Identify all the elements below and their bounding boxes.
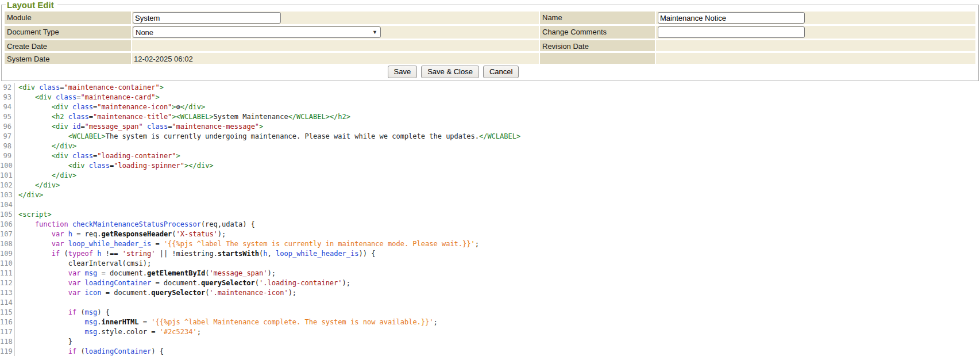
create-date-label: Create Date	[5, 40, 131, 51]
line-number: 93	[0, 93, 15, 102]
code-line: 106 function checkMaintenanceStatusProce…	[0, 220, 980, 229]
line-number: 106	[0, 220, 15, 229]
line-number: 115	[0, 308, 15, 317]
code-line: 93 <div class="maintenance-card">	[0, 93, 980, 102]
create-date-value	[132, 40, 539, 51]
layout-edit-form: Module Name Document Type None ▼ Change …	[5, 12, 975, 64]
page-title: Layout Edit	[6, 0, 57, 10]
code-line: 104	[0, 200, 980, 210]
code-line: 95 <h2 class="maintenance-title"><WCLABE…	[0, 112, 980, 122]
code-line: 97 <WCLABEL>The system is currently unde…	[0, 132, 980, 141]
code-text: <div class="maintenance-container">	[15, 83, 164, 93]
empty-label-cell	[540, 53, 655, 64]
line-number: 104	[0, 200, 15, 210]
code-text: <h2 class="maintenance-title"><WCLABEL>S…	[15, 112, 350, 122]
line-number: 97	[0, 132, 15, 141]
code-line: 114	[0, 298, 980, 308]
code-text: var msg = document.getElementById('messa…	[15, 269, 276, 278]
document-type-select[interactable]: None ▼	[133, 26, 381, 38]
line-number: 114	[0, 298, 15, 308]
code-line: 112 var loadingContainer = document.quer…	[0, 278, 980, 288]
line-number: 98	[0, 141, 15, 151]
line-number: 100	[0, 161, 15, 171]
code-line: 92<div class="maintenance-container">	[0, 83, 980, 93]
code-text: <script>	[15, 210, 52, 220]
code-text: var h = req.getResponseHeader('X-status'…	[15, 229, 226, 239]
code-text: <WCLABEL>The system is currently undergo…	[15, 132, 520, 141]
module-input[interactable]	[133, 12, 281, 24]
code-text: if (typeof h !== 'string' || !miestring.…	[15, 249, 375, 259]
line-number: 113	[0, 288, 15, 298]
code-line: 115 if (msg) {	[0, 308, 980, 317]
code-text: if (loadingContainer) {	[15, 347, 164, 356]
line-number: 111	[0, 269, 15, 278]
system-date-label: System Date	[5, 53, 131, 64]
line-number: 107	[0, 229, 15, 239]
line-number: 96	[0, 122, 15, 132]
name-label: Name	[540, 12, 655, 24]
module-value-cell	[132, 12, 539, 24]
code-line: 108 var loop_while_header_is = '{{%pjs ^…	[0, 239, 980, 249]
code-text: msg.style.color = '#2c5234';	[15, 327, 201, 337]
name-value-cell	[656, 12, 975, 24]
module-label: Module	[5, 12, 131, 24]
layout-edit-fieldset: Layout Edit Module Name Document Type No…	[1, 0, 979, 81]
line-number: 118	[0, 337, 15, 347]
line-number: 105	[0, 210, 15, 220]
code-line: 99 <div class="loading-container">	[0, 151, 980, 161]
revision-date-value	[656, 40, 975, 51]
code-line: 103</div>	[0, 190, 980, 200]
code-line: 101 </div>	[0, 171, 980, 181]
code-text	[15, 298, 18, 308]
code-line: 118 }	[0, 337, 980, 347]
document-type-value-cell: None ▼	[132, 26, 539, 39]
line-number: 99	[0, 151, 15, 161]
change-comments-value-cell	[656, 26, 975, 39]
cancel-button[interactable]: Cancel	[483, 66, 519, 78]
empty-value-cell	[656, 53, 975, 64]
line-number: 119	[0, 347, 15, 356]
code-text	[15, 200, 18, 210]
line-number: 109	[0, 249, 15, 259]
name-input[interactable]	[658, 12, 805, 24]
code-line: 102 </div>	[0, 181, 980, 190]
save-and-close-button[interactable]: Save & Close	[421, 66, 479, 78]
line-number: 101	[0, 171, 15, 181]
change-comments-label: Change Comments	[540, 26, 655, 39]
code-text: </div>	[15, 141, 76, 151]
code-text: <div id="message_span" class="maintenanc…	[15, 122, 263, 132]
system-date-value-cell: 12-02-2025 06:02	[132, 53, 539, 64]
line-number: 95	[0, 112, 15, 122]
line-number: 92	[0, 83, 15, 93]
code-text: function checkMaintenanceStatusProcessor…	[15, 220, 255, 229]
line-number: 103	[0, 190, 15, 200]
line-number: 110	[0, 259, 15, 269]
save-button[interactable]: Save	[388, 66, 418, 78]
line-number: 112	[0, 278, 15, 288]
code-text: </div>	[15, 190, 43, 200]
code-line: 111 var msg = document.getElementById('m…	[0, 269, 980, 278]
code-line: 105<script>	[0, 210, 980, 220]
change-comments-input[interactable]	[658, 26, 805, 38]
code-line: 107 var h = req.getResponseHeader('X-sta…	[0, 229, 980, 239]
code-text: </div>	[15, 181, 60, 190]
code-line: 109 if (typeof h !== 'string' || !miestr…	[0, 249, 980, 259]
code-text: var loop_while_header_is = '{{%pjs ^labe…	[15, 239, 479, 249]
code-text: var loadingContainer = document.querySel…	[15, 278, 350, 288]
line-number: 108	[0, 239, 15, 249]
code-line: 100 <div class="loading-spinner"></div>	[0, 161, 980, 171]
code-text: clearInterval(cmsi);	[15, 259, 151, 269]
code-line: 98 </div>	[0, 141, 980, 151]
document-type-label: Document Type	[5, 26, 131, 39]
code-text: msg.innerHTML = '{{%pjs ^label Maintenan…	[15, 317, 438, 327]
code-line: 119 if (loadingContainer) {	[0, 347, 980, 356]
code-line: 94 <div class="maintenance-icon">⚙</div>	[0, 102, 980, 112]
code-text: var icon = document.querySelector('.main…	[15, 288, 296, 298]
revision-date-label: Revision Date	[540, 40, 655, 51]
code-editor[interactable]: 92<div class="maintenance-container">93 …	[0, 83, 980, 356]
code-text: }	[15, 337, 72, 347]
code-text: <div class="maintenance-icon">⚙</div>	[15, 102, 205, 112]
code-line: 96 <div id="message_span" class="mainten…	[0, 122, 980, 132]
code-line: 116 msg.innerHTML = '{{%pjs ^label Maint…	[0, 317, 980, 327]
chevron-down-icon: ▼	[372, 29, 377, 35]
